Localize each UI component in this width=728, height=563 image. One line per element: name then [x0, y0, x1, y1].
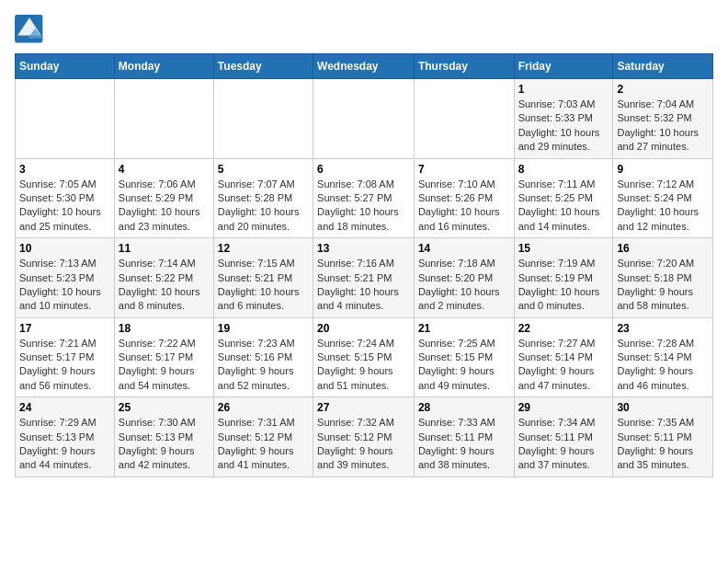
calendar-day-cell: 1Sunrise: 7:03 AM Sunset: 5:33 PM Daylig… — [514, 79, 613, 159]
calendar-day-cell: 19Sunrise: 7:23 AM Sunset: 5:16 PM Dayli… — [213, 317, 313, 397]
calendar-header: SundayMondayTuesdayWednesdayThursdayFrid… — [16, 54, 713, 79]
calendar-day-cell: 10Sunrise: 7:13 AM Sunset: 5:23 PM Dayli… — [16, 238, 115, 318]
calendar-day-cell: 27Sunrise: 7:32 AM Sunset: 5:12 PM Dayli… — [313, 397, 415, 477]
calendar-day-cell: 28Sunrise: 7:33 AM Sunset: 5:11 PM Dayli… — [414, 397, 514, 477]
day-number: 13 — [317, 242, 410, 255]
day-number: 19 — [218, 322, 309, 335]
calendar-day-cell: 8Sunrise: 7:11 AM Sunset: 5:25 PM Daylig… — [514, 158, 613, 238]
day-number: 2 — [617, 83, 709, 96]
day-number: 28 — [418, 401, 510, 414]
calendar-day-cell: 9Sunrise: 7:12 AM Sunset: 5:24 PM Daylig… — [613, 158, 713, 238]
calendar-day-cell: 20Sunrise: 7:24 AM Sunset: 5:15 PM Dayli… — [313, 317, 415, 397]
weekday-header: Tuesday — [213, 54, 313, 79]
day-number: 21 — [418, 322, 510, 335]
day-info: Sunrise: 7:16 AM Sunset: 5:21 PM Dayligh… — [317, 257, 410, 314]
calendar-day-cell: 22Sunrise: 7:27 AM Sunset: 5:14 PM Dayli… — [514, 317, 613, 397]
day-number: 26 — [218, 401, 309, 414]
day-info: Sunrise: 7:20 AM Sunset: 5:18 PM Dayligh… — [617, 257, 709, 314]
day-info: Sunrise: 7:28 AM Sunset: 5:14 PM Dayligh… — [617, 337, 709, 394]
day-number: 9 — [617, 163, 709, 176]
day-number: 10 — [19, 242, 110, 255]
weekday-header: Monday — [114, 54, 213, 79]
day-info: Sunrise: 7:32 AM Sunset: 5:12 PM Dayligh… — [317, 416, 410, 473]
day-info: Sunrise: 7:22 AM Sunset: 5:17 PM Dayligh… — [119, 337, 210, 394]
calendar-day-cell — [313, 79, 415, 159]
day-info: Sunrise: 7:05 AM Sunset: 5:30 PM Dayligh… — [19, 178, 110, 235]
calendar-day-cell — [213, 79, 313, 159]
day-number: 17 — [19, 322, 110, 335]
day-info: Sunrise: 7:03 AM Sunset: 5:33 PM Dayligh… — [518, 98, 609, 155]
weekday-header: Saturday — [613, 54, 713, 79]
day-info: Sunrise: 7:21 AM Sunset: 5:17 PM Dayligh… — [19, 337, 110, 394]
calendar-day-cell: 3Sunrise: 7:05 AM Sunset: 5:30 PM Daylig… — [16, 158, 115, 238]
day-info: Sunrise: 7:19 AM Sunset: 5:19 PM Dayligh… — [518, 257, 609, 314]
day-info: Sunrise: 7:10 AM Sunset: 5:26 PM Dayligh… — [418, 178, 510, 235]
calendar-day-cell: 12Sunrise: 7:15 AM Sunset: 5:21 PM Dayli… — [213, 238, 313, 318]
calendar-day-cell: 2Sunrise: 7:04 AM Sunset: 5:32 PM Daylig… — [613, 79, 713, 159]
calendar-day-cell: 29Sunrise: 7:34 AM Sunset: 5:11 PM Dayli… — [514, 397, 613, 477]
weekday-row: SundayMondayTuesdayWednesdayThursdayFrid… — [16, 54, 713, 79]
weekday-header: Wednesday — [313, 54, 415, 79]
day-number: 30 — [617, 401, 709, 414]
calendar-day-cell: 6Sunrise: 7:08 AM Sunset: 5:27 PM Daylig… — [313, 158, 415, 238]
day-number: 14 — [418, 242, 510, 255]
calendar-day-cell — [414, 79, 514, 159]
calendar-day-cell: 13Sunrise: 7:16 AM Sunset: 5:21 PM Dayli… — [313, 238, 415, 318]
page-header — [15, 15, 713, 44]
day-number: 29 — [518, 401, 609, 414]
day-info: Sunrise: 7:24 AM Sunset: 5:15 PM Dayligh… — [317, 337, 410, 394]
day-number: 18 — [119, 322, 210, 335]
calendar-day-cell: 26Sunrise: 7:31 AM Sunset: 5:12 PM Dayli… — [213, 397, 313, 477]
calendar-day-cell: 11Sunrise: 7:14 AM Sunset: 5:22 PM Dayli… — [114, 238, 213, 318]
day-number: 7 — [418, 163, 510, 176]
day-info: Sunrise: 7:33 AM Sunset: 5:11 PM Dayligh… — [418, 416, 510, 473]
calendar-day-cell: 7Sunrise: 7:10 AM Sunset: 5:26 PM Daylig… — [414, 158, 514, 238]
day-number: 8 — [518, 163, 609, 176]
day-number: 25 — [119, 401, 210, 414]
day-number: 6 — [317, 163, 410, 176]
calendar-day-cell — [16, 79, 115, 159]
calendar-week-row: 24Sunrise: 7:29 AM Sunset: 5:13 PM Dayli… — [16, 397, 713, 477]
calendar-week-row: 3Sunrise: 7:05 AM Sunset: 5:30 PM Daylig… — [16, 158, 713, 238]
calendar-week-row: 17Sunrise: 7:21 AM Sunset: 5:17 PM Dayli… — [16, 317, 713, 397]
day-info: Sunrise: 7:04 AM Sunset: 5:32 PM Dayligh… — [617, 98, 709, 155]
day-info: Sunrise: 7:11 AM Sunset: 5:25 PM Dayligh… — [518, 178, 609, 235]
day-info: Sunrise: 7:06 AM Sunset: 5:29 PM Dayligh… — [119, 178, 210, 235]
day-info: Sunrise: 7:08 AM Sunset: 5:27 PM Dayligh… — [317, 178, 410, 235]
day-info: Sunrise: 7:12 AM Sunset: 5:24 PM Dayligh… — [617, 178, 709, 235]
day-info: Sunrise: 7:30 AM Sunset: 5:13 PM Dayligh… — [119, 416, 210, 473]
day-info: Sunrise: 7:23 AM Sunset: 5:16 PM Dayligh… — [218, 337, 309, 394]
calendar-day-cell: 17Sunrise: 7:21 AM Sunset: 5:17 PM Dayli… — [16, 317, 115, 397]
calendar-day-cell: 18Sunrise: 7:22 AM Sunset: 5:17 PM Dayli… — [114, 317, 213, 397]
day-number: 3 — [19, 163, 110, 176]
day-number: 4 — [119, 163, 210, 176]
calendar-day-cell: 15Sunrise: 7:19 AM Sunset: 5:19 PM Dayli… — [514, 238, 613, 318]
day-number: 22 — [518, 322, 609, 335]
weekday-header: Sunday — [16, 54, 115, 79]
calendar-day-cell: 5Sunrise: 7:07 AM Sunset: 5:28 PM Daylig… — [213, 158, 313, 238]
calendar-body: 1Sunrise: 7:03 AM Sunset: 5:33 PM Daylig… — [16, 79, 713, 477]
calendar-week-row: 10Sunrise: 7:13 AM Sunset: 5:23 PM Dayli… — [16, 238, 713, 318]
day-number: 5 — [218, 163, 309, 176]
day-number: 27 — [317, 401, 410, 414]
calendar-day-cell: 23Sunrise: 7:28 AM Sunset: 5:14 PM Dayli… — [613, 317, 713, 397]
day-info: Sunrise: 7:25 AM Sunset: 5:15 PM Dayligh… — [418, 337, 510, 394]
day-info: Sunrise: 7:34 AM Sunset: 5:11 PM Dayligh… — [518, 416, 609, 473]
day-info: Sunrise: 7:15 AM Sunset: 5:21 PM Dayligh… — [218, 257, 309, 314]
weekday-header: Thursday — [414, 54, 514, 79]
calendar-day-cell: 25Sunrise: 7:30 AM Sunset: 5:13 PM Dayli… — [114, 397, 213, 477]
day-number: 24 — [19, 401, 110, 414]
day-number: 23 — [617, 322, 709, 335]
day-number: 11 — [119, 242, 210, 255]
day-number: 15 — [518, 242, 609, 255]
calendar-day-cell: 24Sunrise: 7:29 AM Sunset: 5:13 PM Dayli… — [16, 397, 115, 477]
day-number: 12 — [218, 242, 309, 255]
day-info: Sunrise: 7:18 AM Sunset: 5:20 PM Dayligh… — [418, 257, 510, 314]
calendar-day-cell: 21Sunrise: 7:25 AM Sunset: 5:15 PM Dayli… — [414, 317, 514, 397]
day-info: Sunrise: 7:13 AM Sunset: 5:23 PM Dayligh… — [19, 257, 110, 314]
day-number: 16 — [617, 242, 709, 255]
logo — [15, 15, 48, 44]
day-number: 1 — [518, 83, 609, 96]
day-info: Sunrise: 7:29 AM Sunset: 5:13 PM Dayligh… — [19, 416, 110, 473]
calendar-day-cell: 4Sunrise: 7:06 AM Sunset: 5:29 PM Daylig… — [114, 158, 213, 238]
